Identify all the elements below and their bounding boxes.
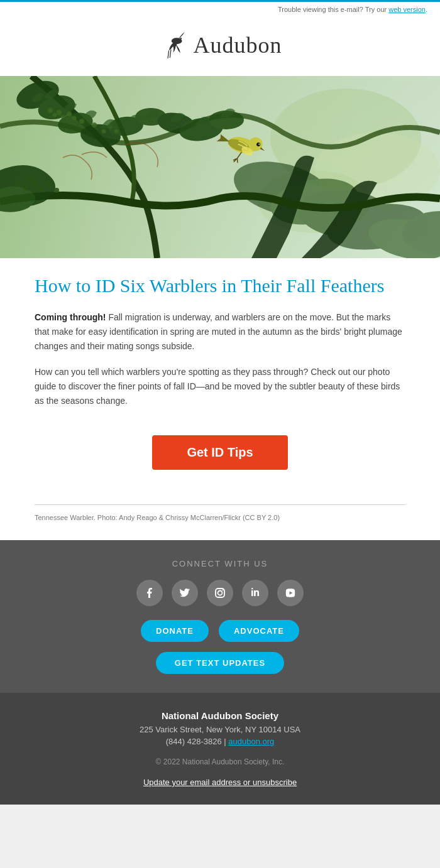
caption-area: Tennessee Warbler. Photo: Andy Reago & C… [0, 505, 440, 540]
phone-separator: | [222, 737, 229, 746]
svg-point-27 [114, 129, 118, 133]
unsubscribe-link[interactable]: Update your email address or unsubscribe [143, 778, 297, 787]
logo-container: Audubon [158, 30, 282, 61]
unsubscribe: Update your email address or unsubscribe [13, 778, 427, 787]
content-area: How to ID Six Warblers in Their Fall Fea… [0, 258, 440, 504]
logo-area: Audubon [0, 17, 440, 76]
text-updates-button[interactable]: GET TEXT UPDATES [156, 652, 284, 674]
logo-text: Audubon [194, 32, 282, 58]
svg-point-1 [180, 38, 182, 40]
body-paragraph-2: How can you tell which warblers you're s… [35, 365, 405, 408]
footer-buttons: DONATE ADVOCATE [13, 620, 427, 642]
connect-label: CONNECT WITH US [13, 559, 427, 568]
social-icons [13, 580, 427, 606]
get-id-tips-button[interactable]: Get ID Tips [152, 435, 287, 470]
phone-number: (844) 428-3826 [166, 737, 222, 746]
svg-point-20 [67, 111, 72, 116]
svg-point-47 [54, 188, 59, 193]
svg-point-50 [223, 590, 224, 591]
svg-point-41 [16, 180, 22, 186]
cta-wrapper: Get ID Tips [35, 420, 405, 489]
svg-point-45 [38, 187, 44, 192]
svg-point-46 [46, 182, 52, 188]
svg-point-42 [24, 185, 30, 191]
svg-point-21 [72, 116, 77, 121]
web-version-link[interactable]: web version [388, 6, 426, 13]
hero-illustration [0, 76, 440, 258]
copyright: © 2022 National Audubon Society, Inc. [13, 757, 427, 766]
instagram-icon[interactable] [207, 580, 233, 606]
svg-point-43 [31, 181, 38, 187]
svg-point-17 [53, 113, 57, 117]
audubon-bird-logo [158, 30, 190, 61]
advocate-button[interactable]: ADVOCATE [219, 620, 299, 642]
svg-point-16 [48, 108, 53, 113]
svg-point-24 [92, 122, 97, 127]
top-bar: Trouble viewing this e-mail? Try our web… [0, 0, 440, 17]
facebook-icon[interactable] [136, 580, 163, 606]
svg-point-19 [61, 115, 65, 119]
article-title: How to ID Six Warblers in Their Fall Fea… [35, 274, 405, 298]
svg-point-25 [102, 129, 106, 134]
svg-point-44 [28, 177, 33, 182]
email-wrapper: Trouble viewing this e-mail? Try our web… [0, 0, 440, 805]
hero-image [0, 76, 440, 258]
text-updates-wrapper: GET TEXT UPDATES [13, 652, 427, 674]
youtube-icon[interactable] [277, 580, 304, 606]
svg-point-49 [218, 591, 223, 595]
org-address: 225 Varick Street, New York, NY 10014 US… [13, 725, 427, 734]
org-phone: (844) 428-3826 | audubon.org [13, 737, 427, 746]
trouble-text: Trouble viewing this e-mail? Try our [278, 6, 388, 13]
website-link[interactable]: audubon.org [228, 737, 274, 746]
twitter-icon[interactable] [172, 580, 198, 606]
linkedin-icon[interactable] [242, 580, 268, 606]
paragraph1-bold: Coming through! [35, 312, 106, 322]
org-name: National Audubon Society [13, 710, 427, 721]
bottom-footer: National Audubon Society 225 Varick Stre… [0, 693, 440, 805]
svg-point-18 [57, 110, 62, 115]
social-footer: CONNECT WITH US [0, 540, 440, 693]
photo-caption: Tennessee Warbler. Photo: Andy Reago & C… [35, 514, 405, 521]
donate-button[interactable]: DONATE [141, 620, 209, 642]
body-paragraph-1: Coming through! Fall migration is underw… [35, 310, 405, 354]
svg-point-22 [79, 119, 84, 124]
